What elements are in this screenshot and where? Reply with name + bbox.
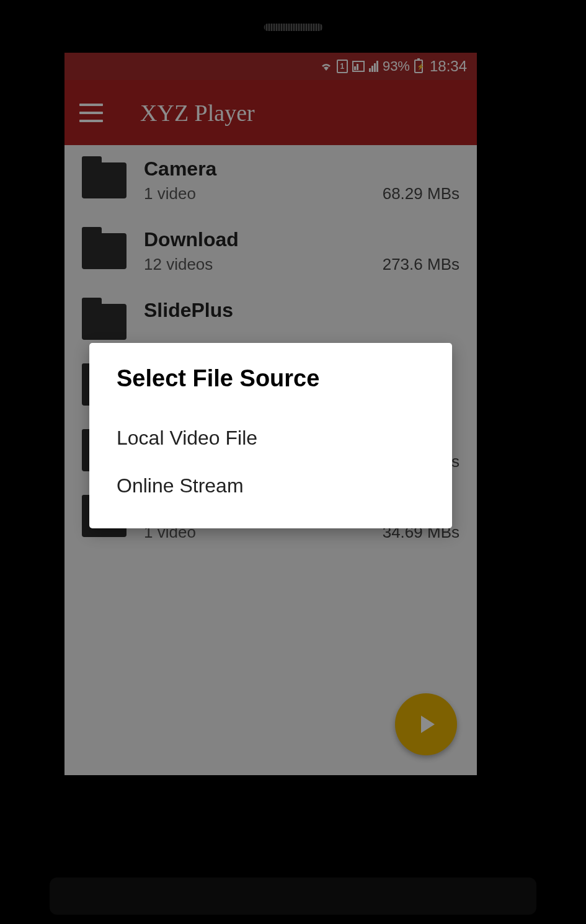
app-bar: XYZ Player — [64, 80, 477, 145]
dialog-option-local[interactable]: Local Video File — [117, 414, 425, 462]
folder-icon — [82, 233, 127, 269]
nav-bar — [50, 877, 536, 915]
battery-icon: ⚡ — [414, 60, 423, 73]
folder-size: 68.29 MBs — [383, 184, 459, 203]
status-time: 18:34 — [430, 58, 467, 75]
folder-name: SlidePlus — [144, 299, 459, 322]
play-icon — [421, 716, 435, 733]
signal-box-icon — [352, 61, 365, 72]
folder-name: Download — [144, 228, 459, 251]
folder-info: SlidePlus — [144, 299, 459, 326]
folder-name: Camera — [144, 158, 459, 180]
folder-size: 273.6 MBs — [383, 255, 459, 274]
file-source-dialog: Select File Source Local Video File Onli… — [89, 343, 452, 528]
dialog-title: Select File Source — [117, 365, 425, 392]
status-bar: 1 93% ⚡ 18:34 — [64, 53, 477, 80]
sim-icon: 1 — [337, 60, 348, 73]
dialog-option-stream[interactable]: Online Stream — [117, 462, 425, 510]
wifi-icon — [320, 61, 332, 72]
folder-icon — [82, 162, 127, 198]
status-icons: 1 93% ⚡ 18:34 — [320, 58, 467, 75]
phone-speaker — [264, 24, 322, 31]
folder-row-camera[interactable]: Camera 1 video 68.29 MBs — [64, 145, 477, 216]
play-fab-button[interactable] — [395, 693, 457, 755]
signal-icon — [369, 61, 378, 72]
app-title: XYZ Player — [140, 99, 255, 127]
screen: 1 93% ⚡ 18:34 XYZ Player Camera 1 video — [64, 53, 477, 775]
battery-percent: 93% — [383, 58, 410, 74]
hamburger-icon[interactable] — [79, 104, 103, 122]
folder-row-download[interactable]: Download 12 videos 273.6 MBs — [64, 216, 477, 287]
folder-icon — [82, 304, 127, 340]
